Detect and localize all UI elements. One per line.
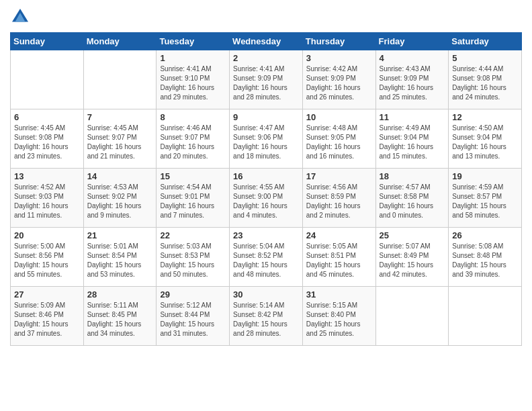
day-number: 18 <box>380 171 445 181</box>
cell-info: Sunrise: 5:11 AM Sunset: 8:45 PM Dayligh… <box>87 301 153 338</box>
cell-info: Sunrise: 4:54 AM Sunset: 9:01 PM Dayligh… <box>160 183 226 220</box>
day-number: 21 <box>87 230 153 240</box>
cell-info: Sunrise: 4:43 AM Sunset: 9:09 PM Dayligh… <box>380 64 445 102</box>
calendar-week-1: 1Sunrise: 4:41 AM Sunset: 9:10 PM Daylig… <box>11 50 522 109</box>
day-number: 5 <box>452 53 518 63</box>
cell-info: Sunrise: 4:52 AM Sunset: 9:03 PM Dayligh… <box>14 183 80 220</box>
calendar-cell: 17Sunrise: 4:56 AM Sunset: 8:59 PM Dayli… <box>302 169 375 228</box>
calendar-week-4: 20Sunrise: 5:00 AM Sunset: 8:56 PM Dayli… <box>11 228 522 287</box>
calendar-cell: 30Sunrise: 5:14 AM Sunset: 8:42 PM Dayli… <box>230 287 303 346</box>
day-number: 15 <box>160 171 226 181</box>
calendar-cell: 12Sunrise: 4:50 AM Sunset: 9:04 PM Dayli… <box>449 109 522 169</box>
calendar-cell: 25Sunrise: 5:07 AM Sunset: 8:49 PM Dayli… <box>375 228 449 287</box>
calendar-cell: 18Sunrise: 4:57 AM Sunset: 8:58 PM Dayli… <box>375 169 449 228</box>
cell-info: Sunrise: 4:56 AM Sunset: 8:59 PM Dayligh… <box>306 183 372 220</box>
day-number: 7 <box>87 112 153 122</box>
cell-info: Sunrise: 5:04 AM Sunset: 8:52 PM Dayligh… <box>233 242 299 279</box>
calendar-cell: 23Sunrise: 5:04 AM Sunset: 8:52 PM Dayli… <box>230 228 303 287</box>
calendar-cell <box>449 287 522 346</box>
calendar-cell: 26Sunrise: 5:08 AM Sunset: 8:48 PM Dayli… <box>449 228 522 287</box>
calendar-cell: 31Sunrise: 5:15 AM Sunset: 8:40 PM Dayli… <box>302 287 375 346</box>
calendar-cell: 20Sunrise: 5:00 AM Sunset: 8:56 PM Dayli… <box>11 228 84 287</box>
cell-info: Sunrise: 5:15 AM Sunset: 8:40 PM Dayligh… <box>306 301 372 338</box>
calendar-week-5: 27Sunrise: 5:09 AM Sunset: 8:46 PM Dayli… <box>11 287 522 346</box>
day-number: 3 <box>306 53 372 63</box>
day-number: 22 <box>160 230 226 240</box>
day-number: 19 <box>452 171 518 181</box>
calendar-header-row: SundayMondayTuesdayWednesdayThursdayFrid… <box>11 33 522 50</box>
cell-info: Sunrise: 5:09 AM Sunset: 8:46 PM Dayligh… <box>14 301 80 338</box>
calendar-cell: 9Sunrise: 4:47 AM Sunset: 9:06 PM Daylig… <box>230 109 303 169</box>
calendar-cell: 27Sunrise: 5:09 AM Sunset: 8:46 PM Dayli… <box>11 287 84 346</box>
cell-info: Sunrise: 5:12 AM Sunset: 8:44 PM Dayligh… <box>160 301 226 338</box>
day-number: 2 <box>233 53 299 63</box>
calendar-cell: 3Sunrise: 4:42 AM Sunset: 9:09 PM Daylig… <box>302 50 375 109</box>
cell-info: Sunrise: 4:59 AM Sunset: 8:57 PM Dayligh… <box>452 183 518 220</box>
calendar-cell: 22Sunrise: 5:03 AM Sunset: 8:53 PM Dayli… <box>157 228 230 287</box>
calendar-cell: 15Sunrise: 4:54 AM Sunset: 9:01 PM Dayli… <box>157 169 230 228</box>
cell-info: Sunrise: 4:50 AM Sunset: 9:04 PM Dayligh… <box>452 124 518 161</box>
weekday-header-tuesday: Tuesday <box>157 33 230 50</box>
calendar-cell: 2Sunrise: 4:41 AM Sunset: 9:09 PM Daylig… <box>230 50 303 109</box>
cell-info: Sunrise: 4:53 AM Sunset: 9:02 PM Dayligh… <box>87 183 153 220</box>
day-number: 12 <box>452 112 518 122</box>
day-number: 10 <box>306 112 372 122</box>
cell-info: Sunrise: 4:46 AM Sunset: 9:07 PM Dayligh… <box>160 124 226 161</box>
calendar-cell <box>83 50 157 109</box>
calendar: SundayMondayTuesdayWednesdayThursdayFrid… <box>10 32 522 346</box>
weekday-header-friday: Friday <box>375 33 449 50</box>
cell-info: Sunrise: 5:08 AM Sunset: 8:48 PM Dayligh… <box>452 242 518 279</box>
cell-info: Sunrise: 4:44 AM Sunset: 9:08 PM Dayligh… <box>452 64 518 102</box>
logo-icon <box>10 7 30 27</box>
day-number: 28 <box>87 289 153 300</box>
day-number: 8 <box>160 112 226 122</box>
day-number: 9 <box>233 112 299 122</box>
calendar-cell: 5Sunrise: 4:44 AM Sunset: 9:08 PM Daylig… <box>449 50 522 109</box>
day-number: 13 <box>14 171 80 181</box>
day-number: 6 <box>14 112 80 122</box>
calendar-cell: 1Sunrise: 4:41 AM Sunset: 9:10 PM Daylig… <box>157 50 230 109</box>
day-number: 25 <box>380 230 445 240</box>
calendar-cell <box>11 50 84 109</box>
cell-info: Sunrise: 4:48 AM Sunset: 9:05 PM Dayligh… <box>306 124 372 161</box>
calendar-cell: 21Sunrise: 5:01 AM Sunset: 8:54 PM Dayli… <box>83 228 157 287</box>
cell-info: Sunrise: 5:00 AM Sunset: 8:56 PM Dayligh… <box>14 242 80 279</box>
calendar-cell: 28Sunrise: 5:11 AM Sunset: 8:45 PM Dayli… <box>83 287 157 346</box>
calendar-cell: 29Sunrise: 5:12 AM Sunset: 8:44 PM Dayli… <box>157 287 230 346</box>
day-number: 23 <box>233 230 299 240</box>
calendar-cell: 4Sunrise: 4:43 AM Sunset: 9:09 PM Daylig… <box>375 50 449 109</box>
weekday-header-thursday: Thursday <box>302 33 375 50</box>
weekday-header-saturday: Saturday <box>449 33 522 50</box>
calendar-cell: 6Sunrise: 4:45 AM Sunset: 9:08 PM Daylig… <box>11 109 84 169</box>
day-number: 20 <box>14 230 80 240</box>
day-number: 30 <box>233 289 299 300</box>
day-number: 26 <box>452 230 518 240</box>
calendar-cell: 11Sunrise: 4:49 AM Sunset: 9:04 PM Dayli… <box>375 109 449 169</box>
cell-info: Sunrise: 4:45 AM Sunset: 9:07 PM Dayligh… <box>87 124 153 161</box>
day-number: 14 <box>87 171 153 181</box>
calendar-week-2: 6Sunrise: 4:45 AM Sunset: 9:08 PM Daylig… <box>11 109 522 169</box>
calendar-week-3: 13Sunrise: 4:52 AM Sunset: 9:03 PM Dayli… <box>11 169 522 228</box>
calendar-cell <box>375 287 449 346</box>
cell-info: Sunrise: 5:05 AM Sunset: 8:51 PM Dayligh… <box>306 242 372 279</box>
weekday-header-sunday: Sunday <box>11 33 84 50</box>
calendar-cell: 14Sunrise: 4:53 AM Sunset: 9:02 PM Dayli… <box>83 169 157 228</box>
cell-info: Sunrise: 4:47 AM Sunset: 9:06 PM Dayligh… <box>233 124 299 161</box>
cell-info: Sunrise: 4:41 AM Sunset: 9:09 PM Dayligh… <box>233 64 299 102</box>
cell-info: Sunrise: 4:49 AM Sunset: 9:04 PM Dayligh… <box>380 124 445 161</box>
weekday-header-wednesday: Wednesday <box>230 33 303 50</box>
logo <box>10 7 33 27</box>
day-number: 31 <box>306 289 372 300</box>
page-header <box>10 7 522 27</box>
calendar-cell: 16Sunrise: 4:55 AM Sunset: 9:00 PM Dayli… <box>230 169 303 228</box>
day-number: 27 <box>14 289 80 300</box>
cell-info: Sunrise: 4:55 AM Sunset: 9:00 PM Dayligh… <box>233 183 299 220</box>
cell-info: Sunrise: 4:45 AM Sunset: 9:08 PM Dayligh… <box>14 124 80 161</box>
day-number: 1 <box>160 53 226 63</box>
day-number: 17 <box>306 171 372 181</box>
day-number: 16 <box>233 171 299 181</box>
calendar-cell: 7Sunrise: 4:45 AM Sunset: 9:07 PM Daylig… <box>83 109 157 169</box>
cell-info: Sunrise: 5:07 AM Sunset: 8:49 PM Dayligh… <box>380 242 445 279</box>
calendar-cell: 10Sunrise: 4:48 AM Sunset: 9:05 PM Dayli… <box>302 109 375 169</box>
calendar-cell: 13Sunrise: 4:52 AM Sunset: 9:03 PM Dayli… <box>11 169 84 228</box>
